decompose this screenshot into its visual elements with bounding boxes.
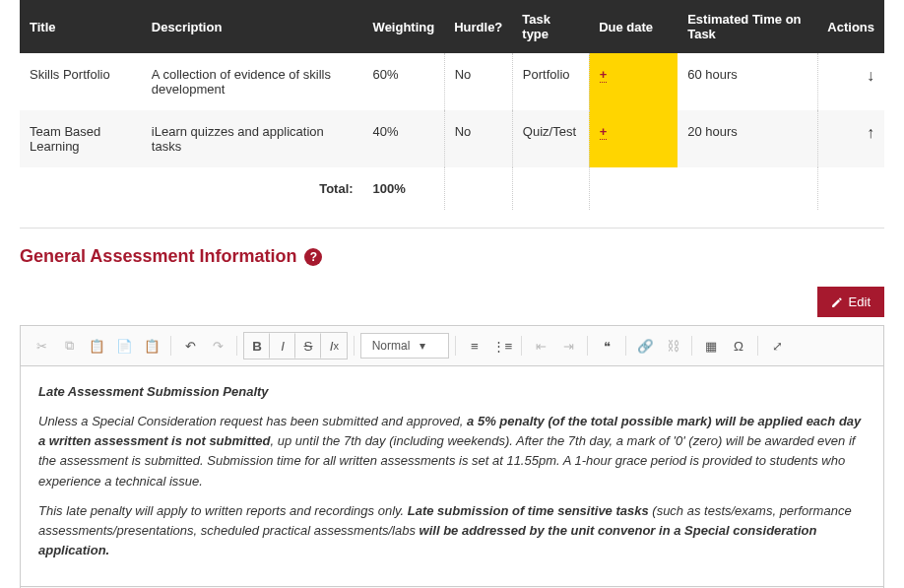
cell-est-time: 60 hours [678, 53, 817, 110]
unlink-icon[interactable]: ⛓ [660, 333, 685, 359]
remove-format-icon[interactable]: Ix [321, 333, 347, 359]
cell-title: Team Based Learning [20, 110, 142, 167]
paste-text-icon[interactable]: 📄 [111, 333, 137, 359]
cell-task-type: Portfolio [512, 53, 589, 110]
help-icon[interactable]: ? [304, 248, 322, 266]
special-char-icon[interactable]: Ω [726, 333, 751, 359]
cell-description: iLearn quizzes and application tasks [142, 110, 363, 167]
blockquote-icon[interactable]: ❝ [594, 333, 619, 359]
th-hurdle: Hurdle? [444, 0, 512, 53]
editor-toolbar: ✂ ⧉ 📋 📄 📋 ↶ ↷ B I S Ix Normal ▾ ≡ ⋮≡ ⇤ ⇥… [21, 326, 883, 366]
move-up-icon[interactable]: ↑ [867, 124, 874, 141]
pencil-icon [831, 296, 843, 308]
undo-icon[interactable]: ↶ [177, 333, 203, 359]
total-row: Total: 100% [20, 167, 884, 210]
strike-icon[interactable]: S [295, 333, 321, 359]
outdent-icon[interactable]: ⇤ [528, 333, 553, 359]
add-due-date-icon[interactable]: + [600, 67, 608, 83]
edit-button[interactable]: Edit [817, 287, 884, 317]
maximize-icon[interactable]: ⤢ [764, 333, 790, 359]
redo-icon[interactable]: ↷ [205, 333, 230, 359]
move-down-icon[interactable]: ↓ [867, 67, 874, 84]
paste-word-icon[interactable]: 📋 [139, 333, 164, 359]
link-icon[interactable]: 🔗 [632, 333, 658, 359]
th-actions: Actions [817, 0, 884, 53]
numbered-list-icon[interactable]: ≡ [462, 333, 487, 359]
edit-button-label: Edit [849, 294, 871, 309]
assessment-table: Title Description Weighting Hurdle? Task… [20, 0, 884, 210]
copy-icon[interactable]: ⧉ [56, 333, 82, 359]
th-weighting: Weighting [363, 0, 445, 53]
indent-icon[interactable]: ⇥ [555, 333, 581, 359]
table-icon[interactable]: ▦ [698, 333, 724, 359]
add-due-date-icon[interactable]: + [600, 124, 608, 140]
cell-weighting: 60% [363, 53, 445, 110]
cell-due-date[interactable]: + [589, 53, 678, 110]
th-task-type: Task type [512, 0, 589, 53]
table-row: Skills Portfolio A collection of evidenc… [20, 53, 884, 110]
bold-icon[interactable]: B [244, 333, 270, 359]
paste-icon[interactable]: 📋 [84, 333, 109, 359]
format-select[interactable]: Normal ▾ [360, 333, 449, 359]
th-description: Description [142, 0, 363, 53]
table-row: Team Based Learning iLearn quizzes and a… [20, 110, 884, 167]
bulleted-list-icon[interactable]: ⋮≡ [489, 333, 515, 359]
cell-task-type: Quiz/Test [512, 110, 589, 167]
content-heading: Late Assessment Submission Penalty [38, 382, 866, 402]
cell-est-time: 20 hours [678, 110, 817, 167]
section-heading: General Assessment Information ? [20, 246, 884, 267]
cell-title: Skills Portfolio [20, 53, 142, 110]
section-heading-text: General Assessment Information [20, 246, 296, 267]
cut-icon[interactable]: ✂ [29, 333, 54, 359]
cell-weighting: 40% [363, 110, 445, 167]
cell-description: A collection of evidence of skills devel… [142, 53, 363, 110]
editor-content[interactable]: Late Assessment Submission Penalty Unles… [21, 366, 883, 586]
italic-icon[interactable]: I [270, 333, 295, 359]
th-due-date: Due date [589, 0, 678, 53]
th-est-time: Estimated Time on Task [678, 0, 817, 53]
divider [20, 228, 884, 229]
content-paragraph: Unless a Special Consideration request h… [38, 412, 866, 491]
cell-hurdle: No [444, 110, 512, 167]
content-paragraph: This late penalty will apply to written … [38, 501, 866, 560]
cell-actions[interactable]: ↓ [817, 53, 884, 110]
cell-actions[interactable]: ↑ [817, 110, 884, 167]
total-label: Total: [142, 167, 363, 210]
total-value: 100% [363, 167, 445, 210]
cell-hurdle: No [444, 53, 512, 110]
rich-text-editor: ✂ ⧉ 📋 📄 📋 ↶ ↷ B I S Ix Normal ▾ ≡ ⋮≡ ⇤ ⇥… [20, 325, 884, 588]
th-title: Title [20, 0, 142, 53]
cell-due-date[interactable]: + [589, 110, 678, 167]
